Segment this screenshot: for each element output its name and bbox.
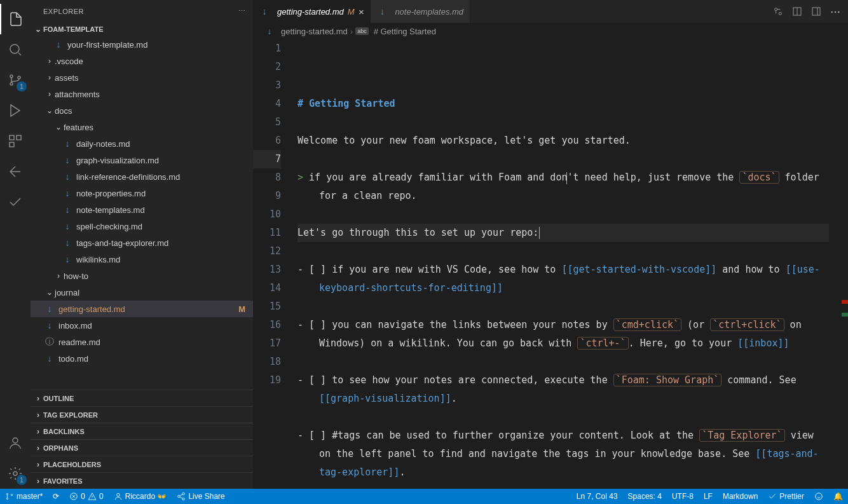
file-tree[interactable]: ↓your-first-template.md›.vscode›assets›a…	[31, 36, 253, 390]
sidebar-section[interactable]: ›OUTLINE	[31, 390, 253, 406]
breadcrumbs[interactable]: ↓ getting-started.md › abc # Getting Sta…	[253, 23, 848, 39]
more-icon[interactable]: ⋯	[238, 7, 246, 15]
overview-ruler[interactable]	[839, 39, 848, 489]
code-line[interactable]: - [ ] you can navigate the links between…	[297, 316, 829, 353]
chevron-right-icon: ›	[44, 73, 55, 82]
sidebar-section[interactable]: ›BACKLINKS	[31, 423, 253, 439]
code-line[interactable]: - [ ] if you are new with VS Code, see h…	[297, 261, 829, 297]
file-row[interactable]: ↓graph-visualization.md	[31, 152, 253, 168]
activity-scm[interactable]: 1	[0, 65, 31, 95]
sidebar-section[interactable]: ›ORPHANS	[31, 439, 253, 456]
tree-label: link-reference-definitions.md	[76, 172, 248, 182]
tree-label: your-first-template.md	[67, 40, 248, 50]
activity-debug[interactable]	[0, 95, 31, 126]
markdown-icon: ↓	[377, 6, 387, 17]
file-row[interactable]: ↓link-reference-definitions.md	[31, 168, 253, 185]
breadcrumb-file[interactable]: getting-started.md	[281, 27, 348, 36]
status-liveshare[interactable]: Live Share	[172, 489, 229, 504]
tree-label: tags-and-tag-explorer.md	[76, 238, 248, 248]
code-line[interactable]	[297, 150, 829, 168]
code-line[interactable]	[297, 408, 829, 426]
code-line[interactable]	[297, 482, 829, 489]
preview-icon[interactable]	[792, 6, 802, 17]
status-user[interactable]: Riccardo 👐	[109, 489, 172, 504]
file-row[interactable]: ↓note-properties.md	[31, 185, 253, 201]
folder-row[interactable]: ⌄features	[31, 119, 253, 135]
status-eol[interactable]: LF	[699, 489, 718, 504]
folder-row[interactable]: ›attachments	[31, 86, 253, 102]
status-sync[interactable]: ⟳	[48, 489, 64, 504]
code-line[interactable]: - [ ] to see how your notes are connecte…	[297, 371, 829, 408]
code-line[interactable]: # Getting Started	[297, 95, 829, 113]
file-row[interactable]: ↓daily-notes.md	[31, 135, 253, 152]
activity-settings[interactable]: 1	[0, 458, 31, 489]
code-line[interactable]	[297, 242, 829, 261]
activity-check[interactable]	[0, 187, 31, 217]
file-row[interactable]: ↓getting-started.mdM	[31, 301, 253, 317]
code-line[interactable]	[297, 113, 829, 132]
folder-row[interactable]: ›how-to	[31, 268, 253, 284]
markdown-icon: ↓	[259, 6, 270, 17]
editor[interactable]: 12345678910111213141516171819 # Getting …	[253, 39, 848, 489]
code-content[interactable]: # Getting StartedWelcome to your new foa…	[297, 39, 848, 489]
chevron-down-icon: ⌄	[53, 123, 64, 132]
code-line[interactable]	[297, 205, 829, 224]
split-icon[interactable]	[811, 6, 821, 17]
status-language[interactable]: Markdown	[718, 489, 763, 504]
chevron-right-icon: ›	[53, 271, 64, 280]
file-row[interactable]: ↓note-templates.md	[31, 201, 253, 218]
code-line[interactable]	[297, 297, 829, 316]
close-icon[interactable]: ×	[359, 6, 364, 17]
file-row[interactable]: ↓spell-checking.md	[31, 218, 253, 235]
code-line[interactable]: - [ ] #tags can be used to further organ…	[297, 426, 829, 482]
activity-explorer[interactable]	[0, 4, 31, 34]
breadcrumb-symbol[interactable]: # Getting Started	[374, 27, 436, 36]
files-icon	[8, 11, 24, 27]
svg-rect-5	[17, 135, 21, 140]
info-icon: ⓘ	[44, 337, 55, 347]
more-icon[interactable]: ⋯	[830, 6, 840, 18]
markdown-icon: ↓	[62, 172, 72, 182]
code-line[interactable]	[297, 353, 829, 371]
status-prettier[interactable]: Prettier	[763, 489, 809, 504]
status-problems[interactable]: 0 0	[64, 489, 108, 504]
folder-row[interactable]: ⌄docs	[31, 102, 253, 119]
file-row[interactable]: ↓todo.md	[31, 350, 253, 367]
folder-row[interactable]: ⌄journal	[31, 284, 253, 301]
sidebar-section[interactable]: ›PLACEHOLDERS	[31, 456, 253, 472]
editor-tab[interactable]: ↓note-templates.md	[371, 0, 470, 23]
sidebar-root[interactable]: ⌄ FOAM-TEMPLATE	[31, 22, 253, 36]
activity-search[interactable]	[0, 34, 31, 65]
compare-icon[interactable]	[773, 6, 783, 17]
file-row[interactable]: ⓘreadme.md	[31, 334, 253, 350]
sidebar-section[interactable]: ›TAG EXPLORER	[31, 406, 253, 423]
file-row[interactable]: ↓your-first-template.md	[31, 36, 253, 53]
tree-label: todo.md	[58, 354, 248, 364]
status-branch[interactable]: master*	[0, 489, 48, 504]
file-row[interactable]: ↓tags-and-tag-explorer.md	[31, 235, 253, 251]
share-icon	[8, 164, 23, 179]
editor-tab[interactable]: ↓getting-started.mdM×	[253, 0, 371, 23]
overview-error-mark	[842, 300, 848, 304]
activity-share[interactable]	[0, 156, 31, 187]
tree-label: how-to	[64, 271, 248, 281]
code-line[interactable]: Let's go through this to set up your rep…	[297, 224, 829, 242]
status-bell[interactable]: 🔔	[828, 489, 848, 504]
markdown-icon: ↓	[62, 205, 72, 215]
file-row[interactable]: ↓inbox.md	[31, 317, 253, 334]
activity-account[interactable]	[0, 428, 31, 458]
sidebar-section[interactable]: ›FAVORITES	[31, 472, 253, 489]
branch-icon	[5, 492, 14, 501]
status-feedback[interactable]	[809, 489, 828, 504]
folder-row[interactable]: ›.vscode	[31, 53, 253, 69]
tree-label: note-templates.md	[76, 205, 248, 215]
folder-row[interactable]: ›assets	[31, 69, 253, 86]
status-encoding[interactable]: UTF-8	[667, 489, 699, 504]
status-position[interactable]: Ln 7, Col 43	[571, 489, 623, 504]
code-line[interactable]: > if you are already familiar with Foam …	[297, 168, 829, 205]
code-line[interactable]: Welcome to your new foam workspace, let'…	[297, 132, 829, 150]
file-row[interactable]: ↓wikilinks.md	[31, 251, 253, 268]
activity-extensions[interactable]	[0, 126, 31, 156]
status-spaces[interactable]: Spaces: 4	[623, 489, 667, 504]
sidebar-title: EXPLORER	[43, 8, 84, 15]
